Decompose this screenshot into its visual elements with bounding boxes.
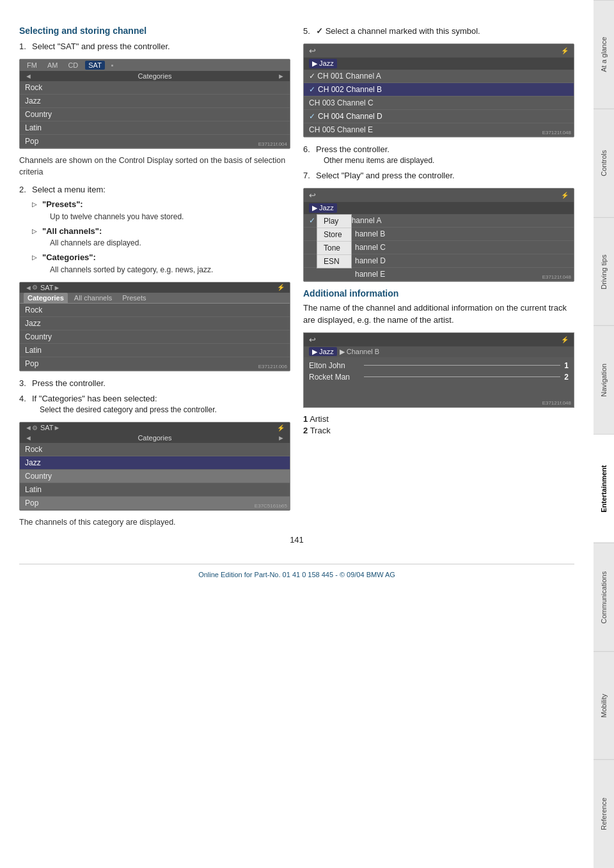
tuner-am: AM bbox=[44, 61, 61, 70]
sidebar-item-navigation[interactable]: Navigation bbox=[594, 325, 614, 434]
sidebar-item-controls[interactable]: Controls bbox=[594, 109, 614, 217]
step-1-text: Select "SAT" and press the controller. bbox=[32, 42, 170, 51]
main-content: Selecting and storing channel 1. Select … bbox=[0, 0, 594, 598]
list-item: Latin bbox=[20, 483, 290, 497]
steps-6-7: 6. Press the controller. Other menu item… bbox=[303, 144, 574, 182]
step-5-list: 5. ✓ Select a channel marked with this s… bbox=[303, 26, 574, 37]
list-item: Pop bbox=[20, 135, 290, 148]
legend-1: 1 Artist bbox=[303, 414, 574, 424]
context-esn[interactable]: ESN bbox=[317, 255, 351, 268]
screen-4: ↩ ⚡ ▶ Jazz ✓ CH 001 Channel A ✓ CH 002 C… bbox=[303, 43, 574, 137]
sidebar-item-mobility[interactable]: Mobility bbox=[594, 651, 614, 760]
track-row: Rocket Man 2 bbox=[309, 373, 569, 382]
legend-2: 2 Track bbox=[303, 426, 574, 435]
screen-1: FM AM CD SAT ▪ ◄ Categories ► Rock Jazz … bbox=[19, 59, 290, 149]
screen-6-header: ↩ ⚡ bbox=[304, 333, 574, 346]
page-number: 141 bbox=[19, 535, 574, 545]
step-6: 6. Press the controller. Other menu item… bbox=[303, 144, 574, 166]
all-channels-label: "All channels": bbox=[42, 226, 102, 236]
step-6-num: 6. bbox=[303, 144, 310, 155]
screen-3-body: Rock Jazz Country Latin Pop bbox=[20, 443, 290, 510]
tuner-fm: FM bbox=[24, 61, 40, 70]
list-item: Pop bbox=[20, 497, 290, 510]
artist-label: Elton John bbox=[309, 361, 360, 370]
step-3-text: Press the controller. bbox=[32, 378, 106, 388]
categories-label-sub: "Categories": bbox=[42, 252, 96, 262]
step-4-text: If "Categories" has been selected: bbox=[32, 394, 157, 403]
screen-2-nav: ◄ ⚙ SAT ► ⚡ bbox=[20, 283, 290, 293]
step-list-left: 1. Select "SAT" and press the controller… bbox=[19, 41, 290, 52]
screen-5-header: ↩ ⚡ bbox=[304, 189, 574, 202]
sidebar-item-at-a-glance[interactable]: At a glance bbox=[594, 0, 614, 109]
sub-item-all-channels: "All channels": All channels are display… bbox=[32, 225, 290, 249]
list-item: Latin bbox=[20, 344, 290, 357]
list-item: Latin bbox=[20, 121, 290, 135]
line-1 bbox=[364, 365, 560, 366]
channel-b-crumb: ▶ Channel B bbox=[340, 348, 379, 356]
list-item: Jazz bbox=[20, 317, 290, 330]
left-column: Selecting and storing channel 1. Select … bbox=[19, 26, 290, 535]
step-1: 1. Select "SAT" and press the controller… bbox=[19, 41, 290, 52]
step-2-list: 2. Select a menu item: "Presets": Up to … bbox=[19, 184, 290, 275]
screen-4-header: ↩ ⚡ bbox=[304, 44, 574, 58]
tuner-sat: SAT bbox=[85, 61, 105, 70]
list-item: Jazz bbox=[20, 456, 290, 470]
back-icon-5: ↩ bbox=[309, 190, 316, 200]
sidebar-item-driving-tips[interactable]: Driving tips bbox=[594, 217, 614, 326]
step-3-num: 3. bbox=[19, 378, 26, 389]
screen-3-sat-label: SAT bbox=[40, 424, 54, 431]
sub-item-categories: "Categories": All channels sorted by cat… bbox=[32, 251, 290, 275]
jazz-breadcrumb: ▶ Jazz bbox=[309, 59, 337, 68]
list-item: Rock bbox=[20, 443, 290, 456]
step-5-num: 5. bbox=[303, 26, 310, 37]
context-play[interactable]: Play bbox=[317, 215, 351, 228]
sidebar-item-entertainment[interactable]: Entertainment bbox=[594, 434, 614, 543]
context-store[interactable]: Store bbox=[317, 228, 351, 242]
sidebar-item-reference[interactable]: Reference bbox=[594, 759, 614, 868]
sub-item-presets: "Presets": Up to twelve channels you hav… bbox=[32, 198, 290, 222]
steps-3-4: 3. Press the controller. 4. If "Categori… bbox=[19, 378, 290, 415]
screen-1-nav: ◄ Categories ► bbox=[20, 71, 290, 81]
back-icon-6: ↩ bbox=[309, 335, 316, 345]
legend-text-1: Artist bbox=[310, 414, 329, 424]
legend-num-2: 2 bbox=[303, 426, 308, 435]
additional-info-heading: Additional information bbox=[303, 288, 574, 298]
two-col-layout: Selecting and storing channel 1. Select … bbox=[19, 26, 574, 535]
jazz-breadcrumb-5: ▶ Jazz bbox=[309, 203, 337, 213]
screen-6-breadcrumb: ▶ Jazz ▶ Channel B bbox=[304, 346, 574, 357]
step-2-text: Select a menu item: bbox=[32, 185, 106, 194]
step-1-num: 1. bbox=[19, 41, 26, 52]
list-item: ✓ CH 004 Channel D bbox=[304, 110, 574, 123]
note-2: The channels of this category are displa… bbox=[19, 517, 290, 529]
sidebar-item-communications[interactable]: Communications bbox=[594, 543, 614, 651]
step-5: 5. ✓ Select a channel marked with this s… bbox=[303, 26, 574, 37]
page-footer: Online Edition for Part-No. 01 41 0 158 … bbox=[19, 564, 574, 578]
right-arrow: ► bbox=[278, 72, 285, 80]
tab-all-channels: All channels bbox=[70, 293, 116, 303]
screen-3-categories: Categories bbox=[138, 434, 171, 442]
context-tone[interactable]: Tone bbox=[317, 242, 351, 255]
jazz-active: ▶ Jazz bbox=[309, 347, 337, 356]
context-menu: Play Store Tone ESN bbox=[317, 214, 352, 268]
list-item: Country bbox=[20, 108, 290, 121]
list-item: Rock bbox=[20, 81, 290, 95]
step-2-num: 2. bbox=[19, 184, 26, 196]
num-2: 2 bbox=[564, 373, 569, 382]
list-item: CH 005 Channel E bbox=[304, 123, 574, 137]
left-arrow: ◄ bbox=[25, 72, 32, 80]
step-7-text: Select "Play" and press the controller. bbox=[316, 171, 455, 180]
step-4-detail: Select the desired category and press th… bbox=[32, 405, 290, 415]
list-item: CH 003 Channel C bbox=[304, 97, 574, 110]
step-7: 7. Select "Play" and press the controlle… bbox=[303, 170, 574, 182]
list-item: ✓ CH 001 Channel A Play Store Tone ESN bbox=[304, 214, 574, 228]
screen-5-breadcrumb: ▶ Jazz bbox=[304, 202, 574, 214]
additional-info-text: The name of the channel and additional i… bbox=[303, 302, 574, 325]
step-6-text: Press the controller. bbox=[316, 144, 390, 154]
screen-1-body: Rock Jazz Country Latin Pop bbox=[20, 81, 290, 148]
step-4-num: 4. bbox=[19, 393, 26, 405]
step-4: 4. If "Categories" has been selected: Se… bbox=[19, 393, 290, 415]
sidebar-tabs: At a glance Controls Driving tips Naviga… bbox=[594, 0, 614, 868]
screen-6: ↩ ⚡ ▶ Jazz ▶ Channel B Elton John 1 bbox=[303, 332, 574, 408]
img-ref-3: E37C5161b65 bbox=[255, 503, 287, 509]
list-item: Rock bbox=[20, 304, 290, 317]
